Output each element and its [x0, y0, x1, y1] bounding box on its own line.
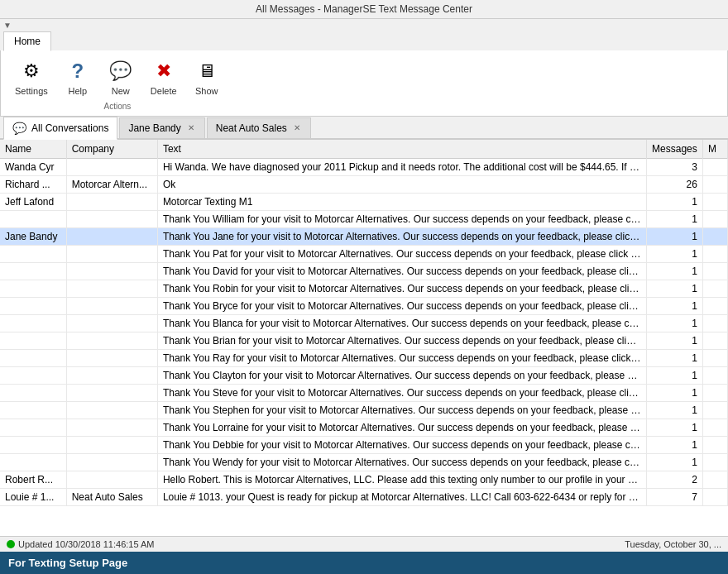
new-button[interactable]: 💬 New [100, 54, 141, 100]
cell-company [66, 280, 157, 298]
cell-messages: 1 [647, 246, 703, 263]
cell-company [66, 350, 157, 367]
table-row[interactable]: Thank You Bryce for your visit to Motorc… [0, 298, 728, 315]
table-row[interactable]: Thank You Wendy for your visit to Motorc… [0, 454, 728, 471]
cell-name [0, 246, 66, 263]
table-row[interactable]: Thank You Clayton for your visit to Moto… [0, 367, 728, 385]
table-row[interactable]: Robert R...Hello Robert. This is Motorca… [0, 471, 728, 489]
table-row[interactable]: Jeff LafondMotorcar Texting M11 [0, 194, 728, 211]
cell-name: Robert R... [0, 471, 66, 489]
ribbon-group-actions: ⚙ Settings ? Help 💬 New ✖ Delete 🖥 Show … [7, 54, 234, 112]
title-bar: All Messages - ManagerSE Text Message Ce… [0, 0, 728, 19]
cell-text: Thank You Jane for your visit to Motorca… [157, 228, 646, 246]
cell-messages: 1 [647, 454, 703, 471]
cell-name [0, 280, 66, 298]
table-row[interactable]: Thank You Ray for your visit to Motorcar… [0, 350, 728, 367]
table-row[interactable]: Thank You Brian for your visit to Motorc… [0, 332, 728, 350]
cell-messages: 1 [647, 419, 703, 437]
cell-company [66, 402, 157, 419]
cell-text: Thank You Blanca for your visit to Motor… [157, 315, 646, 332]
cell-m [702, 176, 727, 194]
tab-all-icon: 💬 [12, 122, 26, 135]
cell-m [702, 315, 727, 332]
cell-messages: 26 [647, 176, 703, 194]
cell-company [66, 246, 157, 263]
delete-button[interactable]: ✖ Delete [143, 54, 184, 100]
header-m: M [702, 140, 727, 159]
table-row[interactable]: Jane BandyThank You Jane for your visit … [0, 228, 728, 246]
cell-messages: 1 [647, 332, 703, 350]
cell-m [702, 159, 727, 176]
content-area: 💬 All Conversations Jane Bandy ✕ Neat Au… [0, 117, 728, 536]
cell-name [0, 385, 66, 402]
cell-messages: 1 [647, 263, 703, 280]
tab-neat-close[interactable]: ✕ [292, 123, 302, 132]
table-row[interactable]: Wanda CyrHi Wanda. We have diagnosed you… [0, 159, 728, 176]
delete-icon: ✖ [151, 58, 177, 84]
messages-table-container: Name Company Text Messages M Wanda CyrHi… [0, 140, 728, 536]
table-row[interactable]: Thank You Robin for your visit to Motorc… [0, 280, 728, 298]
table-row[interactable]: Louie # 1...Neat Auto SalesLouie # 1013.… [0, 489, 728, 506]
cell-text: Louie # 1013. your Quest is ready for pi… [157, 489, 646, 506]
table-row[interactable]: Thank You Steve for your visit to Motorc… [0, 385, 728, 402]
cell-name [0, 315, 66, 332]
cell-messages: 1 [647, 385, 703, 402]
tab-jane-close[interactable]: ✕ [186, 123, 196, 132]
table-row[interactable]: Thank You Pat for your visit to Motorcar… [0, 246, 728, 263]
cell-text: Thank You Clayton for your visit to Moto… [157, 367, 646, 385]
ribbon-buttons: ⚙ Settings ? Help 💬 New ✖ Delete 🖥 Show [7, 54, 228, 100]
cell-messages: 7 [647, 489, 703, 506]
cell-messages: 1 [647, 211, 703, 228]
cell-text: Thank You Bryce for your visit to Motorc… [157, 298, 646, 315]
cell-name [0, 419, 66, 437]
cell-name: Jane Bandy [0, 228, 66, 246]
cell-text: Hello Robert. This is Motorcar Alternati… [157, 471, 646, 489]
cell-m [702, 211, 727, 228]
cell-name [0, 454, 66, 471]
cell-company [66, 298, 157, 315]
cell-name [0, 367, 66, 385]
status-updated: Updated 10/30/2018 11:46:15 AM [18, 539, 155, 549]
cell-text: Motorcar Texting M1 [157, 194, 646, 211]
table-row[interactable]: Thank You David for your visit to Motorc… [0, 263, 728, 280]
cell-company [66, 228, 157, 246]
table-row[interactable]: Richard ...Motorcar Altern...Ok26 [0, 176, 728, 194]
new-icon: 💬 [108, 58, 134, 84]
settings-button[interactable]: ⚙ Settings [7, 54, 55, 100]
table-row[interactable]: Thank You Stephen for your visit to Moto… [0, 402, 728, 419]
show-button[interactable]: 🖥 Show [186, 54, 228, 100]
cell-m [702, 350, 727, 367]
ribbon-group-label: Actions [103, 102, 131, 111]
cell-m [702, 194, 727, 211]
status-bar: Updated 10/30/2018 11:46:15 AM Tuesday, … [0, 536, 728, 552]
cell-company [66, 419, 157, 437]
tab-home[interactable]: Home [3, 31, 51, 51]
table-row[interactable]: Thank You Debbie for your visit to Motor… [0, 437, 728, 454]
cell-name [0, 437, 66, 454]
cell-company: Neat Auto Sales [66, 489, 157, 506]
tab-jane-bandy[interactable]: Jane Bandy ✕ [119, 117, 204, 138]
cell-company [66, 437, 157, 454]
status-date: Tuesday, October 30, ... [625, 539, 721, 549]
cell-text: Thank You Ray for your visit to Motorcar… [157, 350, 646, 367]
cell-messages: 1 [647, 228, 703, 246]
header-messages: Messages [647, 140, 703, 159]
table-row[interactable]: Thank You Blanca for your visit to Motor… [0, 315, 728, 332]
help-button[interactable]: ? Help [57, 54, 98, 100]
cell-messages: 1 [647, 298, 703, 315]
table-row[interactable]: Thank You Lorraine for your visit to Mot… [0, 419, 728, 437]
cell-m [702, 367, 727, 385]
quick-access-icon[interactable]: ▼ [3, 21, 12, 30]
cell-name [0, 211, 66, 228]
cell-m [702, 437, 727, 454]
table-row[interactable]: Thank You William for your visit to Moto… [0, 211, 728, 228]
status-indicator [7, 540, 15, 548]
cell-name: Wanda Cyr [0, 159, 66, 176]
tab-neat-auto-sales[interactable]: Neat Auto Sales ✕ [207, 117, 311, 138]
tab-all-conversations[interactable]: 💬 All Conversations [3, 117, 117, 140]
header-text: Text [157, 140, 646, 159]
cell-m [702, 332, 727, 350]
footer-bar: For Texting Setup Page [0, 552, 728, 574]
cell-company [66, 315, 157, 332]
status-left: Updated 10/30/2018 11:46:15 AM [7, 539, 155, 549]
